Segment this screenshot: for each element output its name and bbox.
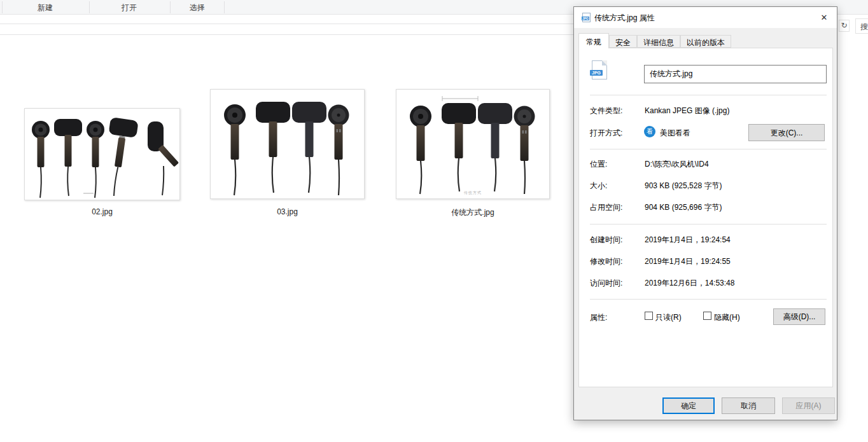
advanced-button[interactable]: 高级(D)... — [773, 308, 825, 325]
thumbnail-chuantongfangshi[interactable]: 传统方式 — [396, 89, 550, 199]
thumbnail-label-02[interactable]: 02.jpg — [24, 207, 180, 216]
jpg-file-icon: JPG — [582, 13, 591, 22]
thumbnail-label-chuantongfangshi[interactable]: 传统方式.jpg — [396, 207, 550, 218]
section-divider — [590, 299, 827, 300]
open-with-app-name: 美图看看 — [660, 128, 690, 137]
tiny-watermark — [83, 193, 94, 194]
readonly-checkbox[interactable] — [645, 312, 653, 320]
dialog-title: 传统方式.jpg 属性 — [594, 13, 655, 24]
dialog-tabstrip: 常规 安全 详细信息 以前的版本 — [578, 33, 731, 48]
search-input[interactable]: 搜 — [855, 18, 868, 34]
readonly-checkbox-label[interactable]: 只读(R) — [655, 312, 682, 323]
section-divider — [590, 149, 827, 149]
cancel-button[interactable]: 取消 — [722, 397, 775, 414]
accessed-value: 2019年12月6日，14:53:48 — [645, 278, 734, 287]
toolbar-divider — [0, 34, 573, 35]
size-on-disk-value: 904 KB (925,696 字节) — [645, 202, 722, 212]
section-divider — [590, 95, 827, 95]
refresh-icon[interactable]: ↻ — [839, 20, 850, 32]
attributes-label: 属性: — [590, 312, 607, 322]
created-value: 2019年1月4日，19:24:54 — [645, 235, 731, 244]
thumbnail-label-03[interactable]: 03.jpg — [210, 207, 365, 216]
ribbon-separator — [2, 1, 3, 13]
jpg-badge: JPG — [590, 70, 603, 76]
ribbon-separator — [224, 1, 225, 13]
accessed-label: 访问时间: — [590, 278, 622, 287]
tab-previous-versions[interactable]: 以前的版本 — [680, 35, 731, 48]
open-with-label: 打开方式: — [590, 128, 622, 137]
close-icon[interactable]: ✕ — [815, 10, 834, 25]
modified-label: 修改时间: — [590, 256, 622, 266]
ribbon-separator — [170, 1, 171, 13]
size-value: 903 KB (925,528 字节) — [645, 181, 722, 190]
ok-button[interactable]: 确定 — [662, 397, 715, 414]
section-divider — [590, 224, 827, 224]
thumbnail-03[interactable] — [210, 89, 365, 199]
jpg-badge: JPG — [582, 17, 589, 20]
page-fold — [602, 60, 607, 66]
toolbar-group-new[interactable]: 新建 — [38, 3, 53, 13]
toolbar-group-select[interactable]: 选择 — [190, 3, 205, 13]
address-bar-divider — [0, 24, 573, 24]
file-type-value: Kankan JPEG 图像 (.jpg) — [645, 106, 729, 115]
apply-button: 应用(A) — [782, 397, 835, 414]
hairdryer-image-chuantongfangshi — [396, 90, 549, 198]
hidden-checkbox-label[interactable]: 隐藏(H) — [714, 312, 740, 323]
filename-input[interactable] — [644, 65, 827, 83]
thumbnail-02[interactable] — [24, 108, 180, 200]
hairdryer-image-03 — [211, 90, 364, 198]
tab-security[interactable]: 安全 — [609, 35, 637, 48]
general-tab-page: JPG 文件类型: Kankan JPEG 图像 (.jpg) 打开方式: 看 … — [578, 48, 833, 387]
modified-value: 2019年1月4日，19:24:55 — [645, 256, 731, 266]
meitu-app-icon: 看 — [644, 126, 655, 137]
properties-dialog: JPG 传统方式.jpg 属性 ✕ 常规 安全 详细信息 以前的版本 JPG 文… — [573, 6, 837, 420]
change-button[interactable]: 更改(C)... — [748, 124, 825, 141]
location-value: D:\陈亮\吹风机\ID4 — [645, 159, 709, 169]
jpg-file-icon-large: JPG — [592, 60, 607, 79]
size-on-disk-label: 占用空间: — [590, 202, 622, 212]
tab-general[interactable]: 常规 — [578, 33, 609, 48]
dialog-titlebar: JPG 传统方式.jpg 属性 ✕ — [574, 7, 837, 28]
hairdryer-image-02 — [25, 109, 179, 200]
hidden-checkbox[interactable] — [703, 312, 711, 320]
ribbon-separator — [89, 1, 90, 13]
location-label: 位置: — [590, 159, 607, 169]
toolbar-group-open[interactable]: 打开 — [122, 3, 137, 13]
created-label: 创建时间: — [590, 235, 622, 244]
thumbnail-caption: 传统方式 — [396, 190, 549, 196]
file-type-label: 文件类型: — [590, 106, 622, 115]
tab-details[interactable]: 详细信息 — [637, 35, 680, 48]
size-label: 大小: — [590, 181, 607, 190]
